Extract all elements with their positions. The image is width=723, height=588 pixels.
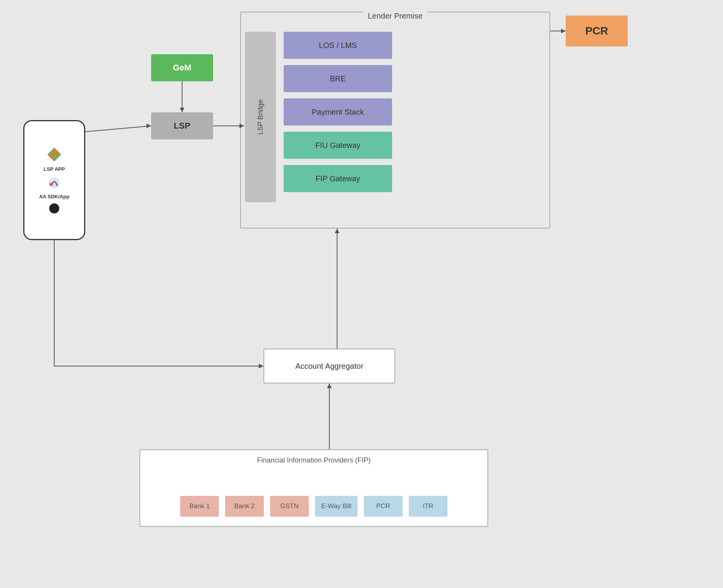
lsp-bridge-label: LSP Bridge <box>256 100 265 135</box>
dot-icon <box>49 203 59 213</box>
fip-box-4: PCR <box>364 496 403 517</box>
svg-marker-4 <box>54 155 61 162</box>
fip-box-3: E-Way Bill <box>315 496 358 517</box>
svg-marker-17 <box>327 383 332 388</box>
diagram-container: LSP APP AA SDK/App GeM LSP PCR Lender Pr… <box>0 0 723 588</box>
fip-box-5: ITR <box>409 496 448 517</box>
svg-marker-2 <box>47 155 54 162</box>
stack-box-4: FIP Gateway <box>284 165 392 192</box>
fip-container: Financial Information Providers (FIP) Ba… <box>139 449 488 527</box>
svg-marker-1 <box>54 148 61 155</box>
lsp-label: LSP <box>174 121 191 131</box>
lender-premise: Lender Premise LSP Bridge LOS / LMSBREPa… <box>240 12 550 229</box>
stack-box-3: FIU Gateway <box>284 132 392 159</box>
lsp-bridge: LSP Bridge <box>245 32 276 202</box>
gem-label: GeM <box>173 63 191 73</box>
account-aggregator-label: Account Aggregator <box>295 362 363 371</box>
svg-marker-3 <box>47 148 54 155</box>
lsp-app-icon <box>46 147 62 162</box>
lsp-app-label: LSP APP <box>44 166 65 172</box>
lsp-box: LSP <box>151 112 213 139</box>
svg-line-11 <box>85 126 151 132</box>
svg-marker-14 <box>561 29 566 33</box>
svg-marker-15 <box>259 364 263 368</box>
pcr-top-label: PCR <box>585 25 608 37</box>
account-aggregator-box: Account Aggregator <box>263 349 395 383</box>
phone-device: LSP APP AA SDK/App <box>23 120 85 240</box>
fip-box-0: Bank 1 <box>180 496 219 517</box>
lender-premise-label: Lender Premise <box>363 12 427 21</box>
stack-box-0: LOS / LMS <box>284 32 392 59</box>
svg-point-5 <box>49 177 60 188</box>
stack-box-1: BRE <box>284 65 392 92</box>
fip-box-1: Bank 2 <box>225 496 264 517</box>
svg-marker-12 <box>146 124 151 128</box>
fip-label: Financial Information Providers (FIP) <box>257 456 370 464</box>
gem-box: GeM <box>151 54 213 81</box>
fip-boxes: Bank 1Bank 2GSTNE-Way BillPCRITR <box>150 496 478 517</box>
stack-box-2: Payment Stack <box>284 98 392 126</box>
stack-boxes: LOS / LMSBREPayment StackFIU GatewayFIP … <box>284 32 539 192</box>
fip-box-2: GSTN <box>270 496 309 517</box>
svg-marker-19 <box>335 229 339 233</box>
aa-sdk-label: AA SDK/App <box>39 194 69 199</box>
pcr-box-top: PCR <box>566 15 628 46</box>
aa-sdk-icon <box>47 176 61 190</box>
svg-marker-8 <box>180 108 184 112</box>
svg-point-6 <box>50 183 53 186</box>
